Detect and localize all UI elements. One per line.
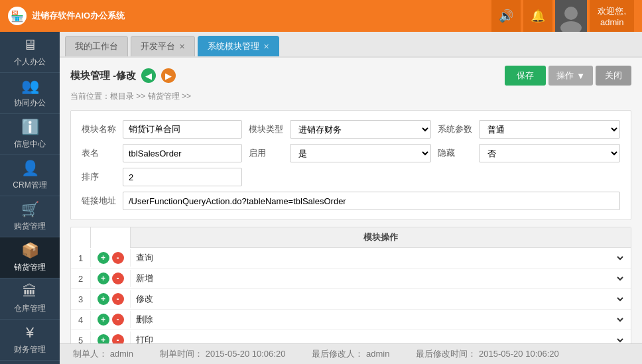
order-input[interactable] bbox=[123, 168, 242, 186]
sidebar-item-finance[interactable]: ¥ 财务管理 bbox=[0, 320, 60, 361]
del-row-button[interactable]: - bbox=[112, 334, 124, 343]
module-type-select[interactable]: 进销存财务 基础设置 系统设置 bbox=[290, 120, 431, 139]
table-name-input[interactable] bbox=[123, 144, 242, 162]
row-actions: + - bbox=[91, 290, 131, 308]
sidebar-item-collab[interactable]: 👥 协同办公 bbox=[0, 73, 60, 114]
tab-devplatform-label: 开发平台 bbox=[141, 40, 175, 52]
finance-icon: ¥ bbox=[26, 324, 34, 341]
add-row-button[interactable]: + bbox=[97, 293, 109, 305]
sales-icon: 📦 bbox=[21, 242, 39, 259]
enabled-label: 启用 bbox=[249, 147, 283, 159]
add-row-button[interactable]: + bbox=[97, 252, 109, 264]
del-row-button[interactable]: - bbox=[112, 293, 124, 305]
table-row: 2 + - 新增 bbox=[71, 269, 631, 289]
row-name: 新增 bbox=[131, 269, 631, 288]
operation-name: 删除 bbox=[136, 314, 153, 326]
sidebar-item-warehouse[interactable]: 🏛 仓库管理 bbox=[0, 278, 60, 320]
action-arrow-icon: ▼ bbox=[576, 71, 585, 81]
row-name: 打印 bbox=[131, 330, 631, 343]
operation-type-select[interactable] bbox=[612, 273, 625, 284]
content-area: 我的工作台 开发平台 ✕ 系统模块管理 ✕ 模块管理 -修改 ◀ ▶ 保 bbox=[60, 32, 642, 364]
url-label: 链接地址 bbox=[82, 195, 116, 207]
row-num: 2 bbox=[71, 270, 91, 288]
operation-name: 新增 bbox=[136, 273, 153, 284]
sidebar-item-purchase[interactable]: 🛒 购货管理 bbox=[0, 196, 60, 237]
sidebar-item-crm[interactable]: 👤 CRM管理 bbox=[0, 155, 60, 196]
svg-point-0 bbox=[564, 7, 578, 20]
operation-type-select[interactable] bbox=[612, 294, 625, 305]
bell-button[interactable]: 🔔 bbox=[523, 0, 552, 32]
tab-workbench[interactable]: 我的工作台 bbox=[65, 36, 128, 56]
operation-type-select[interactable] bbox=[612, 335, 625, 344]
sidebar-label-finance: 财务管理 bbox=[14, 344, 46, 355]
footer: 制单人： admin 制单时间： 2015-05-20 10:06:20 最后修… bbox=[60, 343, 642, 364]
tab-workbench-label: 我的工作台 bbox=[75, 40, 118, 52]
tab-devplatform[interactable]: 开发平台 ✕ bbox=[131, 36, 195, 56]
tabs-bar: 我的工作台 开发平台 ✕ 系统模块管理 ✕ bbox=[60, 32, 642, 58]
volume-button[interactable]: 🔊 bbox=[491, 0, 521, 32]
table-ops-header: 模块操作 bbox=[131, 227, 631, 248]
sys-param-select[interactable]: 普通 高级 bbox=[479, 120, 620, 139]
create-time-value: 2015-05-20 10:06:20 bbox=[206, 349, 286, 359]
row-num: 3 bbox=[71, 290, 91, 308]
add-row-button[interactable]: + bbox=[97, 314, 109, 326]
del-row-button[interactable]: - bbox=[112, 314, 124, 326]
order-label: 排序 bbox=[82, 171, 116, 183]
sidebar-label-warehouse: 仓库管理 bbox=[14, 303, 46, 314]
create-time-info: 制单时间： 2015-05-20 10:06:20 bbox=[160, 348, 285, 360]
tab-sysmodule-close[interactable]: ✕ bbox=[263, 42, 269, 51]
form-grid: 模块名称 模块类型 进销存财务 基础设置 系统设置 系统参数 普通 高级 表名 bbox=[82, 120, 620, 210]
row-num: 4 bbox=[71, 311, 91, 329]
hidden-select[interactable]: 否 是 bbox=[479, 144, 620, 162]
operation-type-select[interactable] bbox=[612, 253, 625, 264]
sidebar-label-collab: 协同办公 bbox=[14, 97, 46, 109]
page-content: 模块管理 -修改 ◀ ▶ 保存 操作 ▼ 关闭 当前位置：根目录 >> 销货管理… bbox=[60, 58, 642, 343]
welcome-text: 欢迎您, bbox=[598, 5, 626, 17]
save-button[interactable]: 保存 bbox=[505, 66, 546, 86]
operation-name: 修改 bbox=[136, 293, 153, 305]
add-row-button[interactable]: + bbox=[97, 273, 109, 284]
ops-table-body: 1 + - 查询 2 + - 新增 bbox=[71, 248, 631, 343]
last-modifier-info: 最后修改人： admin bbox=[312, 348, 389, 360]
sidebar-item-info[interactable]: ℹ️ 信息中心 bbox=[0, 114, 60, 155]
tab-sysmodule[interactable]: 系统模块管理 ✕ bbox=[198, 36, 279, 56]
last-modify-time-label: 最后修改时间： bbox=[416, 349, 476, 359]
module-name-input[interactable] bbox=[123, 120, 242, 139]
collab-icon: 👥 bbox=[21, 78, 39, 95]
add-row-button[interactable]: + bbox=[97, 334, 109, 343]
sidebar-item-settings[interactable]: ⚙ 系统设置 bbox=[0, 361, 60, 364]
warehouse-icon: 🏛 bbox=[23, 283, 37, 300]
row-num: 5 bbox=[71, 332, 91, 344]
enabled-select[interactable]: 是 否 bbox=[290, 144, 431, 162]
row-name: 删除 bbox=[131, 310, 631, 330]
last-modify-time-info: 最后修改时间： 2015-05-20 10:06:20 bbox=[416, 348, 558, 360]
app-logo: 🏪 进销存软件AIO办公系统 bbox=[8, 7, 491, 25]
row-actions: + - bbox=[91, 332, 131, 343]
url-input[interactable] bbox=[123, 192, 620, 210]
tab-devplatform-close[interactable]: ✕ bbox=[179, 42, 185, 51]
sidebar-label-crm: CRM管理 bbox=[13, 180, 46, 191]
sidebar-item-personal[interactable]: 🖥 个人办公 bbox=[0, 32, 60, 73]
header-actions: 🔊 🔔 欢迎您, admin bbox=[491, 0, 634, 32]
username: admin bbox=[600, 17, 623, 27]
user-menu[interactable]: 欢迎您, admin bbox=[590, 0, 634, 32]
action-button[interactable]: 操作 ▼ bbox=[548, 66, 593, 86]
nav-prev-button[interactable]: ◀ bbox=[141, 68, 156, 83]
del-row-button[interactable]: - bbox=[112, 252, 124, 264]
table-name-label: 表名 bbox=[82, 147, 116, 159]
row-name: 修改 bbox=[131, 289, 631, 309]
row-name: 查询 bbox=[131, 248, 631, 268]
creator-label: 制单人： bbox=[73, 349, 107, 359]
operation-type-select[interactable] bbox=[612, 314, 625, 326]
del-row-button[interactable]: - bbox=[112, 273, 124, 284]
form-section: 模块名称 模块类型 进销存财务 基础设置 系统设置 系统参数 普通 高级 表名 bbox=[70, 110, 631, 220]
purchase-icon: 🛒 bbox=[21, 201, 39, 218]
sidebar-item-sales[interactable]: 📦 销货管理 bbox=[0, 237, 60, 278]
module-name-label: 模块名称 bbox=[82, 123, 116, 135]
breadcrumb: 当前位置：根目录 >> 销货管理 >> bbox=[70, 91, 631, 102]
nav-next-button[interactable]: ▶ bbox=[161, 68, 176, 83]
table-row: 5 + - 打印 bbox=[71, 330, 631, 343]
last-modifier-label: 最后修改人： bbox=[312, 349, 363, 359]
close-button[interactable]: 关闭 bbox=[596, 66, 631, 86]
main-layout: 🖥 个人办公 👥 协同办公 ℹ️ 信息中心 👤 CRM管理 🛒 购货管理 📦 销… bbox=[0, 32, 642, 364]
